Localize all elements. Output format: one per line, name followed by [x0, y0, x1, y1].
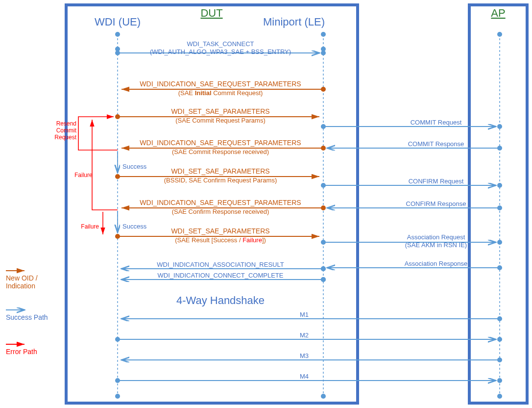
svg-text:(WDI_AUTH_ALGO_WPA3_SAE + BSS_: (WDI_AUTH_ALGO_WPA3_SAE + BSS_ENTRY)	[150, 48, 291, 55]
svg-point-83	[497, 337, 502, 342]
svg-text:WDI_SET_SAE_PARAMETERS: WDI_SET_SAE_PARAMETERS	[171, 107, 269, 115]
svg-point-1	[115, 32, 120, 37]
handshake-section: 4-Way Handshake	[176, 294, 265, 306]
svg-point-72	[321, 266, 326, 271]
svg-text:(SAE Commit Response received): (SAE Commit Response received)	[172, 148, 269, 155]
svg-point-44	[497, 183, 502, 188]
svg-point-76	[321, 277, 326, 282]
svg-text:(SAE AKM in RSN IE): (SAE AKM in RSN IE)	[405, 241, 467, 249]
svg-text:WDI_SET_SAE_PARAMETERS: WDI_SET_SAE_PARAMETERS	[171, 227, 269, 235]
svg-point-19	[115, 114, 120, 119]
svg-text:WDI_INDICATION_SAE_REQUEST_PAR: WDI_INDICATION_SAE_REQUEST_PARAMETERS	[140, 199, 301, 206]
ap-title: AP	[491, 7, 505, 19]
svg-point-2	[115, 394, 120, 399]
svg-point-68	[497, 265, 502, 270]
svg-point-79	[497, 316, 502, 321]
legend-new-oid: New OID /	[6, 274, 38, 282]
svg-point-39	[115, 174, 120, 179]
svg-text:Association Request: Association Request	[407, 233, 465, 241]
svg-point-82	[115, 337, 120, 342]
svg-point-23	[321, 124, 326, 129]
dut-title: DUT	[200, 7, 222, 19]
svg-text:WDI_TASK_CONNECT: WDI_TASK_CONNECT	[187, 40, 254, 48]
svg-text:Association Response: Association Response	[405, 260, 468, 267]
legend-error: Error Path	[6, 348, 37, 356]
svg-point-59	[115, 234, 120, 239]
svg-point-63	[321, 240, 326, 245]
svg-text:Success: Success	[122, 163, 147, 170]
svg-text:Resend: Resend	[56, 120, 76, 127]
svg-text:(BSSID, SAE Confirm Request Pa: (BSSID, SAE Confirm Request Params)	[164, 177, 277, 184]
ap-box	[469, 5, 527, 403]
svg-point-4	[321, 32, 326, 37]
svg-point-64	[497, 240, 502, 245]
svg-point-43	[321, 183, 326, 188]
svg-point-86	[497, 357, 502, 362]
svg-point-47	[497, 205, 502, 210]
wdi-header: WDI (UE)	[95, 16, 141, 28]
svg-point-30	[321, 146, 326, 151]
svg-point-50	[321, 205, 326, 210]
svg-text:Commit: Commit	[56, 127, 77, 134]
svg-point-15	[321, 87, 326, 92]
svg-text:(SAE Commit Request Params): (SAE Commit Request Params)	[175, 117, 266, 124]
message-arrow	[121, 357, 502, 362]
svg-text:(SAE Result [Success / Failure: (SAE Result [Success / Failure])	[175, 236, 266, 244]
svg-text:M1: M1	[300, 311, 309, 318]
svg-text:(SAE Initial Commit Request): (SAE Initial Commit Request)	[178, 89, 263, 97]
svg-text:Failure: Failure	[81, 223, 99, 230]
svg-point-27	[497, 146, 502, 151]
svg-text:M3: M3	[300, 352, 309, 359]
svg-point-89	[115, 378, 120, 383]
svg-text:CONFIRM Response: CONFIRM Response	[406, 200, 466, 207]
svg-text:Request: Request	[54, 134, 76, 141]
svg-point-24	[497, 124, 502, 129]
svg-point-8	[497, 394, 502, 399]
svg-text:CONFIRM Request: CONFIRM Request	[409, 178, 464, 185]
svg-text:COMMIT Request: COMMIT Request	[411, 119, 462, 126]
svg-text:M2: M2	[300, 332, 309, 339]
legend: New OID / Indication Success Path Error …	[6, 271, 48, 356]
svg-point-90	[497, 378, 502, 383]
svg-point-5	[321, 394, 326, 399]
svg-text:Failure: Failure	[74, 172, 93, 178]
svg-text:(SAE Confirm Response received: (SAE Confirm Response received)	[172, 208, 269, 215]
svg-text:WDI_INDICATION_CONNECT_COMPLET: WDI_INDICATION_CONNECT_COMPLETE	[158, 272, 284, 279]
svg-text:WDI_SET_SAE_PARAMETERS: WDI_SET_SAE_PARAMETERS	[171, 167, 269, 175]
miniport-header: Miniport (LE)	[263, 16, 325, 28]
svg-text:WDI_INDICATION_SAE_REQUEST_PAR: WDI_INDICATION_SAE_REQUEST_PARAMETERS	[140, 80, 301, 88]
svg-text:COMMIT Response: COMMIT Response	[408, 140, 464, 148]
svg-text:WDI_INDICATION_SAE_REQUEST_PAR: WDI_INDICATION_SAE_REQUEST_PARAMETERS	[140, 139, 301, 147]
svg-text:WDI_INDICATION_ASSOCIATION_RES: WDI_INDICATION_ASSOCIATION_RESULT	[157, 261, 284, 268]
legend-new-oid2: Indication	[6, 282, 35, 290]
message-arrow	[121, 316, 502, 321]
svg-point-93	[321, 47, 326, 51]
svg-text:Success: Success	[122, 223, 147, 230]
svg-point-7	[497, 32, 502, 37]
legend-success: Success Path	[6, 313, 48, 321]
svg-point-92	[115, 47, 120, 51]
svg-text:M4: M4	[300, 373, 309, 380]
